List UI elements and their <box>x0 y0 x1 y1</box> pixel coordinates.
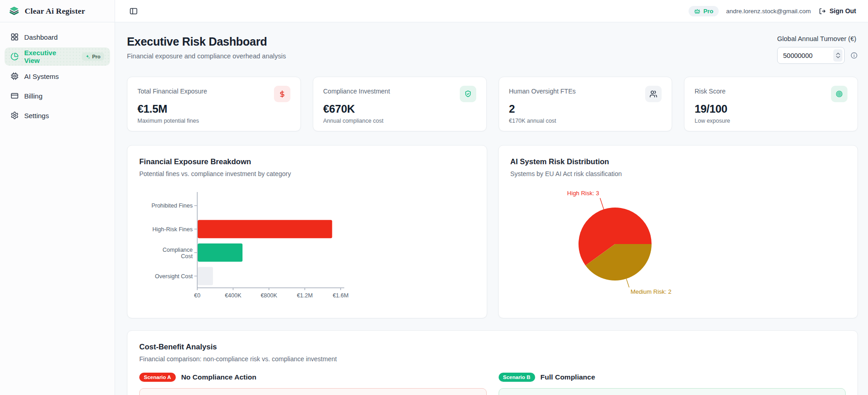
logout-icon <box>818 7 826 15</box>
layers-icon <box>8 5 20 16</box>
scenario-title: No Compliance Action <box>181 373 257 381</box>
scenario-badge: Scenario B <box>499 373 535 382</box>
cost-benefit-card: Cost-Benefit Analysis Financial comparis… <box>127 330 858 395</box>
bar-chart-card: Financial Exposure Breakdown Potential f… <box>127 145 487 318</box>
pro-badge-label: Pro <box>703 8 713 15</box>
sidebar-item-ai-systems[interactable]: AI Systems <box>5 67 110 85</box>
sidebar-item-label: AI Systems <box>24 73 59 80</box>
turnover-input-wrap <box>777 47 845 64</box>
pie-chart-icon <box>11 52 19 61</box>
sidebar-item-executive-view[interactable]: Executive ViewPro <box>5 47 110 66</box>
pie-chart-subtitle: Systems by EU AI Act risk classification <box>510 170 846 177</box>
stat-card-human-oversight-ftes: Human Oversight FTEs2€170K annual cost <box>499 77 673 131</box>
sign-out-label: Sign Out <box>830 7 856 15</box>
page-head-text: Executive Risk Dashboard Financial expos… <box>127 35 286 60</box>
stat-label: Human Oversight FTEs <box>509 86 576 95</box>
topbar: Pro andre.lorenz.stock@gmail.com Sign Ou… <box>115 0 868 22</box>
number-stepper[interactable] <box>833 49 842 62</box>
scenario-panel <box>139 388 487 395</box>
stat-card-top: Compliance Investment <box>323 86 476 102</box>
scenario-badge: Scenario A <box>139 373 176 382</box>
bar-chart-title: Financial Exposure Breakdown <box>139 157 475 166</box>
sidebar-item-dashboard[interactable]: Dashboard <box>5 28 110 46</box>
svg-text:€1.6M: €1.6M <box>333 292 349 299</box>
stat-card-total-financial-exposure: Total Financial Exposure€1.5MMaximum pot… <box>127 77 301 131</box>
cost-benefit-subtitle: Financial comparison: non-compliance ris… <box>139 355 846 363</box>
svg-text:Prohibited Fines: Prohibited Fines <box>152 203 193 209</box>
scenario-b: Scenario BFull Compliance <box>499 373 846 395</box>
stat-label: Total Financial Exposure <box>137 86 207 95</box>
sidebar-item-label: Executive View <box>24 49 74 64</box>
pie-chart-card: AI System Risk Distribution Systems by E… <box>498 145 858 318</box>
sparkles-icon <box>85 54 90 59</box>
pro-badge: Pro <box>689 6 719 16</box>
svg-text:€400K: €400K <box>225 292 242 299</box>
pro-badge: Pro <box>82 52 104 61</box>
svg-text:High Risk: 3: High Risk: 3 <box>567 190 599 197</box>
sidebar-item-billing[interactable]: Billing <box>5 87 110 105</box>
scenario-header: Scenario BFull Compliance <box>499 373 846 382</box>
pro-badge-label: Pro <box>92 54 100 59</box>
charts-row: Financial Exposure Breakdown Potential f… <box>127 145 858 318</box>
pie-chart: High Risk: 3Medium Risk: 2 <box>510 181 846 305</box>
cpu-icon <box>11 72 19 80</box>
svg-text:ComplianceCost: ComplianceCost <box>163 247 193 260</box>
stat-card-top: Total Financial Exposure <box>137 86 290 102</box>
info-icon[interactable] <box>850 52 858 59</box>
svg-text:Oversight Cost: Oversight Cost <box>155 273 193 280</box>
scenario-panel <box>499 388 846 395</box>
grid-icon <box>11 33 19 41</box>
target-icon <box>831 86 847 102</box>
stat-value: 2 <box>509 103 662 115</box>
svg-text:High-Risk Fines: High-Risk Fines <box>153 226 193 233</box>
stat-subtext: €170K annual cost <box>509 118 662 124</box>
content: Executive Risk Dashboard Financial expos… <box>115 22 868 395</box>
stat-subtext: Annual compliance cost <box>323 118 476 124</box>
stat-subtext: Maximum potential fines <box>137 118 290 124</box>
stat-value: €670K <box>323 103 476 115</box>
users-icon <box>645 86 662 102</box>
svg-text:€0: €0 <box>194 292 200 299</box>
main-area: Pro andre.lorenz.stock@gmail.com Sign Ou… <box>115 0 868 395</box>
dollar-icon <box>274 86 290 102</box>
svg-text:€800K: €800K <box>261 292 278 299</box>
stat-cards: Total Financial Exposure€1.5MMaximum pot… <box>127 77 858 131</box>
svg-text:€1.2M: €1.2M <box>297 292 313 299</box>
bar-chart: Prohibited FinesHigh-Risk FinesComplianc… <box>139 188 475 305</box>
sidebar-item-label: Settings <box>24 112 49 120</box>
stat-value: €1.5M <box>137 103 290 115</box>
stat-card-top: Human Oversight FTEs <box>509 86 662 102</box>
turnover-row <box>777 47 858 64</box>
app-root: Clear Ai Register DashboardExecutive Vie… <box>0 0 868 395</box>
shield-check-icon <box>460 86 476 102</box>
crown-icon <box>694 8 700 14</box>
stat-value: 19/100 <box>694 103 847 115</box>
stat-card-top: Risk Score <box>694 86 847 102</box>
sign-out-button[interactable]: Sign Out <box>818 7 856 15</box>
page-subtitle: Financial exposure and compliance overhe… <box>127 52 286 60</box>
scenarios: Scenario ANo Compliance ActionScenario B… <box>139 373 846 395</box>
topbar-right: Pro andre.lorenz.stock@gmail.com Sign Ou… <box>689 6 856 16</box>
scenario-header: Scenario ANo Compliance Action <box>139 373 487 382</box>
svg-text:Medium Risk: 2: Medium Risk: 2 <box>630 288 671 295</box>
credit-card-icon <box>11 92 19 100</box>
scenario-a: Scenario ANo Compliance Action <box>139 373 487 395</box>
sidebar-nav: DashboardExecutive ViewProAI SystemsBill… <box>0 22 115 130</box>
brand: Clear Ai Register <box>0 0 115 22</box>
stat-card-risk-score: Risk Score19/100Low exposure <box>684 77 858 131</box>
user-email: andre.lorenz.stock@gmail.com <box>726 8 811 15</box>
stat-subtext: Low exposure <box>694 118 847 124</box>
stat-label: Risk Score <box>694 86 726 95</box>
bar-chart-subtitle: Potential fines vs. compliance investmen… <box>139 170 475 177</box>
page-title: Executive Risk Dashboard <box>127 35 286 48</box>
page-head: Executive Risk Dashboard Financial expos… <box>127 35 858 64</box>
sidebar-item-settings[interactable]: Settings <box>5 106 110 125</box>
sidebar-item-label: Dashboard <box>24 33 58 41</box>
turnover-control: Global Annual Turnover (€) <box>777 35 858 64</box>
stat-label: Compliance Investment <box>323 86 390 95</box>
cost-benefit-title: Cost-Benefit Analysis <box>139 343 846 351</box>
brand-name: Clear Ai Register <box>25 6 85 16</box>
sidebar: Clear Ai Register DashboardExecutive Vie… <box>0 0 115 395</box>
pie-chart-title: AI System Risk Distribution <box>510 157 846 166</box>
panel-left-icon[interactable] <box>127 5 140 17</box>
